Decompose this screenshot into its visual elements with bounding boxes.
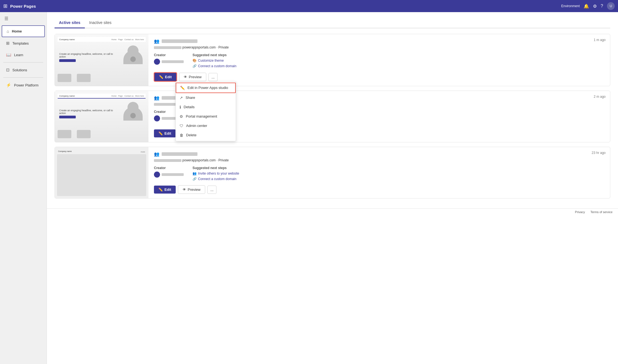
edit-button-1[interactable]: ✏️ Edit <box>154 72 177 82</box>
site-users-icon-3: 👥 <box>154 151 159 157</box>
creator-name-blurred-1 <box>162 60 184 63</box>
sidebar: ☰ ⌂ Home ⊞ Templates 📖 Learn ⊡ Solutions… <box>0 12 47 364</box>
thumb3-company-name: Company name <box>58 150 72 152</box>
edit-pencil-icon-2: ✏️ <box>158 131 163 135</box>
site-creator-section-1: Creator <box>154 53 184 68</box>
thumb-headline: Create an engaging headline, welcome, or… <box>59 53 119 58</box>
sidebar-divider-2 <box>3 77 43 78</box>
dropdown-delete[interactable]: 🗑 Delete <box>176 131 236 140</box>
edit-button-3[interactable]: ✏️ Edit <box>154 186 176 194</box>
edit-pencil-icon-3: ✏️ <box>158 188 163 192</box>
edit-powerapp-icon: ✏️ <box>180 86 185 90</box>
sidebar-item-label-templates: Templates <box>12 41 29 45</box>
creator-name-blurred-3 <box>162 173 184 176</box>
site-step-1-1[interactable]: 🔗 Connect a custom domain <box>193 64 236 68</box>
site-thumb-2: Company name Home Page Contact us More h… <box>55 91 148 142</box>
thumb-widget-1 <box>58 74 71 82</box>
sidebar-item-power-platform[interactable]: ⚡ Power Platform <box>2 80 45 91</box>
more-wrapper-1: ... ✏️ Edit in Power Apps studio ↗ Share <box>208 73 218 81</box>
site-actions-1: ✏️ Edit 👁 Preview ... ✏️ <box>154 72 605 82</box>
content-inner: Active sites Inactive sites Company name… <box>47 12 618 208</box>
preview-button-1[interactable]: 👁 Preview <box>179 73 206 81</box>
site-card-1: Company name Home Page Contact us More h… <box>55 34 610 86</box>
site-creator-section-3: Creator <box>154 166 184 181</box>
content-area: Active sites Inactive sites Company name… <box>47 12 618 364</box>
main-layout: ☰ ⌂ Home ⊞ Templates 📖 Learn ⊡ Solutions… <box>0 12 618 364</box>
templates-icon: ⊞ <box>6 41 10 46</box>
dropdown-edit-powerapp[interactable]: ✏️ Edit in Power Apps studio <box>176 83 236 93</box>
sidebar-item-label-power-platform: Power Platform <box>14 83 39 87</box>
site-url-1: powerappsportals.com · Private <box>154 45 605 49</box>
edit-button-2[interactable]: ✏️ Edit <box>154 129 176 137</box>
site-thumb-1: Company name Home Page Contact us More h… <box>55 34 148 86</box>
dropdown-share[interactable]: ↗ Share <box>176 93 236 102</box>
notification-icon[interactable]: 🔔 <box>584 4 589 9</box>
thumb-cloud <box>123 50 143 64</box>
sidebar-item-home[interactable]: ⌂ Home <box>2 25 45 37</box>
creator-label-1: Creator <box>154 53 184 57</box>
step-text-1-0: Customize theme <box>198 59 224 63</box>
sidebar-item-templates[interactable]: ⊞ Templates <box>2 38 45 49</box>
site-card-3: Company name more 23 hr ago 👥 <box>55 147 610 199</box>
site-step-1-0[interactable]: 🎨 Customize theme <box>193 59 236 63</box>
terms-link[interactable]: Terms of service <box>590 210 612 214</box>
thumb2-cloud <box>123 107 143 121</box>
help-icon[interactable]: ? <box>601 4 603 9</box>
preview-button-3[interactable]: 👁 Preview <box>178 185 205 194</box>
site-time-3: 23 hr ago <box>592 151 606 155</box>
site-time-2: 2 m ago <box>594 95 606 99</box>
thumb-widget-2 <box>77 74 91 82</box>
sidebar-menu-toggle[interactable]: ☰ <box>0 12 47 25</box>
thumb2-company-name: Company name <box>59 95 75 97</box>
dropdown-details[interactable]: ℹ Details <box>176 102 236 112</box>
site-thumb-3: Company name more <box>55 147 148 198</box>
thumb-nav-2: Page <box>118 39 123 40</box>
site-actions-3: ✏️ Edit 👁 Preview ... <box>154 185 605 194</box>
site-step-3-1[interactable]: 🔗 Connect a custom domain <box>193 177 239 181</box>
dropdown-admin-center[interactable]: 🛡 Admin center <box>176 121 236 131</box>
site-title-row-1: 👥 <box>154 39 605 44</box>
more-button-3[interactable]: ... <box>207 186 217 194</box>
site-url-blurred-3 <box>154 159 181 162</box>
tabs-bar: Active sites Inactive sites <box>55 18 610 28</box>
apps-grid-icon[interactable]: ⊞ <box>3 3 7 9</box>
thumb2-headline: Create an engaging headline, welcome, or… <box>59 109 119 115</box>
preview-eye-icon-1: 👁 <box>184 75 187 79</box>
step-icon-1-1: 🔗 <box>193 64 197 68</box>
site-step-3-0[interactable]: 👥 Invite others to your website <box>193 172 239 175</box>
site-users-icon-1: 👥 <box>154 39 159 44</box>
step-text-3-1: Connect a custom domain <box>198 177 236 181</box>
thumb2-nav-3: Contact us <box>124 95 134 97</box>
next-steps-label-3: Suggested next steps <box>193 166 239 170</box>
power-platform-icon: ⚡ <box>6 83 11 88</box>
site-steps-section-3: Suggested next steps 👥 Invite others to … <box>193 166 239 181</box>
creator-avatar-2 <box>154 115 160 121</box>
step-text-1-1: Connect a custom domain <box>198 64 236 68</box>
site-info-1: 1 m ago 👥 powerappsportals.com · Private <box>148 34 610 86</box>
sidebar-item-solutions[interactable]: ⊡ Solutions <box>2 64 45 75</box>
app-title: Power Pages <box>10 4 559 9</box>
creator-label-3: Creator <box>154 166 184 170</box>
topbar-icons: Environment 🔔 ⚙ ? U <box>561 2 615 10</box>
sidebar-item-label-learn: Learn <box>14 53 23 57</box>
home-icon: ⌂ <box>7 29 9 34</box>
site-steps-section-1: Suggested next steps 🎨 Customize theme 🔗… <box>193 53 236 68</box>
preview-eye-icon-3: 👁 <box>183 188 186 192</box>
thumb3-content <box>57 154 146 196</box>
thumb2-nav-2: Page <box>118 95 123 97</box>
site-meta-3: Creator Suggested next steps 👥 Invite ot… <box>154 166 605 181</box>
dropdown-portal-mgmt[interactable]: ⚙ Portal management <box>176 112 236 121</box>
more-button-1[interactable]: ... <box>208 73 218 81</box>
tab-active-sites[interactable]: Active sites <box>55 18 85 28</box>
thumb-cta-btn <box>59 59 76 62</box>
creator-avatar-1 <box>154 59 160 65</box>
tab-inactive-sites[interactable]: Inactive sites <box>85 18 116 28</box>
user-avatar[interactable]: U <box>607 2 615 10</box>
privacy-link[interactable]: Privacy <box>575 210 585 214</box>
dropdown-menu-1: ✏️ Edit in Power Apps studio ↗ Share ℹ D… <box>175 81 236 141</box>
sidebar-item-learn[interactable]: 📖 Learn <box>2 49 45 60</box>
step-icon-1-0: 🎨 <box>193 59 197 63</box>
thumb2-cta <box>59 116 76 118</box>
site-title-blurred-1 <box>162 39 197 43</box>
settings-icon[interactable]: ⚙ <box>593 4 597 9</box>
